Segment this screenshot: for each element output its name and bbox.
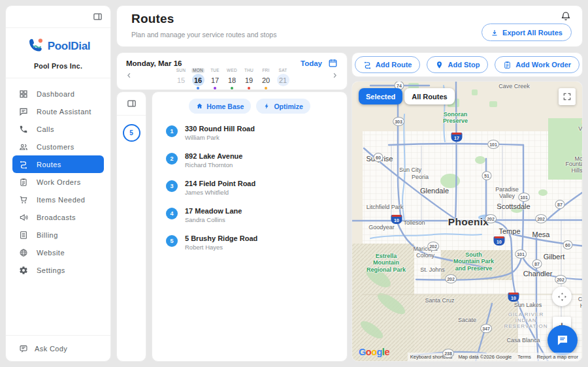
- day-of-week-label: SAT: [278, 68, 289, 73]
- items-needed-icon: [19, 195, 28, 204]
- day-cell-mon[interactable]: MON16: [191, 68, 206, 89]
- map-canvas[interactable]: Selected All Routes + Google Keyboard sh…: [351, 81, 583, 362]
- fullscreen-icon: [563, 92, 572, 101]
- sidebar-item-settings[interactable]: Settings: [12, 261, 104, 279]
- rail-collapse-icon[interactable]: [127, 99, 137, 108]
- day-cell-sun[interactable]: SUN15: [174, 68, 189, 89]
- day-number: 20: [260, 74, 272, 86]
- day-cell-thu[interactable]: THU19: [242, 68, 257, 89]
- day-of-week-label: THU: [243, 68, 255, 73]
- stop-row[interactable]: 55 Brushy Ridge RoadRobert Hayes: [166, 234, 347, 251]
- map-pan-button[interactable]: [552, 287, 572, 306]
- map-toggle-all-routes[interactable]: All Routes: [404, 88, 454, 104]
- route-assistant-icon: [19, 107, 28, 116]
- export-all-routes-button[interactable]: Export All Routes: [482, 24, 572, 41]
- day-strip: SUN15MON16TUE17WED18THU19FRI20SAT21: [117, 68, 347, 89]
- next-week-button[interactable]: [331, 71, 339, 82]
- company-name: Pool Pros Inc.: [6, 62, 110, 70]
- chevron-right-icon: [331, 71, 339, 80]
- route-badge[interactable]: 5: [123, 124, 140, 142]
- route-shield-202: 202: [445, 274, 457, 283]
- day-event-dot: [265, 87, 267, 89]
- sidebar-item-billing[interactable]: Billing: [12, 226, 104, 244]
- pin-plus-icon: [435, 61, 444, 69]
- today-button[interactable]: Today: [301, 59, 322, 67]
- route-shield-101: 101: [515, 249, 527, 259]
- route-shield-87: 87: [555, 200, 565, 209]
- chat-icon: [556, 334, 569, 347]
- logo-block: PoolDial Pool Pros Inc.: [6, 28, 110, 78]
- sidebar-item-calls[interactable]: Calls: [12, 120, 104, 138]
- day-cell-fri[interactable]: FRI20: [259, 68, 274, 89]
- chevron-left-icon: [125, 71, 133, 80]
- website-icon: [19, 248, 28, 257]
- stop-address: 5 Brushy Ridge Road: [185, 234, 257, 242]
- add-work-order-button[interactable]: Add Work Order: [495, 56, 580, 73]
- optimize-button[interactable]: Optimize: [256, 99, 310, 114]
- stop-customer: Sandra Collins: [185, 216, 242, 223]
- sidebar-item-dashboard[interactable]: Dashboard: [12, 85, 104, 103]
- route-shield-238: 238: [442, 349, 454, 358]
- stop-number-badge: 2: [166, 153, 178, 165]
- report-map-error-link[interactable]: Report a map error: [537, 354, 578, 360]
- sidebar-item-website[interactable]: Website: [12, 244, 104, 261]
- interstate-shield-17: 17: [451, 133, 463, 142]
- dashboard-icon: [19, 89, 28, 99]
- calendar-icon[interactable]: [328, 58, 338, 68]
- chat-fab[interactable]: [547, 325, 578, 355]
- sidebar-item-customers[interactable]: Customers: [12, 138, 104, 155]
- home-base-label: Home Base: [206, 103, 244, 110]
- day-cell-tue[interactable]: TUE17: [208, 68, 223, 89]
- routes-rail: 5: [116, 91, 146, 362]
- sidebar-item-work-orders[interactable]: Work Orders: [12, 173, 104, 191]
- route-shield-347: 347: [480, 324, 492, 333]
- calls-icon: [19, 125, 28, 134]
- stop-row[interactable]: 417 Meadow LaneSandra Collins: [166, 207, 347, 223]
- home-icon: [196, 103, 203, 110]
- add-route-button[interactable]: Add Route: [355, 56, 421, 73]
- stop-address: 330 Round Hill Road: [185, 125, 255, 133]
- map-toggle-selected[interactable]: Selected: [359, 88, 402, 104]
- day-number: 16: [192, 74, 204, 86]
- stop-row[interactable]: 1330 Round Hill RoadWilliam Park: [166, 125, 347, 141]
- map-attribution: Keyboard shortcuts Map data ©2026 Google…: [408, 353, 581, 361]
- interstate-shield-10: 10: [391, 215, 402, 224]
- work-orders-icon: [19, 178, 28, 187]
- stops-panel: Home Base Optimize 1330 Round Hill RoadW…: [152, 91, 348, 362]
- route-shield-87: 87: [532, 259, 542, 268]
- map-fullscreen-button[interactable]: [559, 88, 576, 105]
- day-of-week-label: SUN: [175, 68, 187, 73]
- sidebar-item-routes[interactable]: Routes: [12, 155, 104, 173]
- sidebar-header: [6, 6, 110, 28]
- route-shield-51: 51: [482, 171, 492, 180]
- settings-icon: [19, 266, 28, 275]
- actions-card: Add Route Add Stop Add Work Order: [351, 52, 583, 77]
- terms-link[interactable]: Terms: [517, 354, 531, 360]
- previous-week-button[interactable]: [125, 71, 133, 82]
- map-data-copyright: Map data ©2026 Google: [458, 354, 512, 360]
- route-shield-101: 101: [518, 193, 530, 202]
- ask-cody-button[interactable]: Ask Cody: [6, 335, 110, 361]
- sidebar-item-label: Calls: [37, 125, 54, 133]
- pan-arrows-icon: [557, 291, 568, 302]
- day-event-dot: [197, 87, 199, 89]
- stop-row[interactable]: 2892 Lake AvenueRichard Thornton: [166, 152, 347, 168]
- sidebar-item-route-assistant[interactable]: Route Assistant: [12, 103, 104, 120]
- stop-row[interactable]: 3214 Field Point RoadJames Whitfield: [166, 180, 347, 196]
- sidebar-item-broadcasts[interactable]: Broadcasts: [12, 208, 104, 226]
- home-base-button[interactable]: Home Base: [189, 99, 251, 114]
- sidebar-collapse-icon[interactable]: [93, 12, 103, 22]
- day-number: 17: [209, 74, 221, 86]
- route-shield-202: 202: [485, 214, 497, 223]
- route-shield-60: 60: [563, 240, 573, 249]
- stop-address: 892 Lake Avenue: [185, 152, 242, 160]
- day-cell-wed[interactable]: WED18: [225, 68, 240, 89]
- stop-number-badge: 3: [166, 180, 178, 192]
- add-stop-label: Add Stop: [448, 61, 480, 69]
- stop-number-badge: 1: [166, 125, 178, 137]
- add-stop-button[interactable]: Add Stop: [427, 56, 488, 73]
- sidebar-item-items-needed[interactable]: Items Needed: [12, 191, 104, 208]
- interstate-shield-10: 10: [508, 293, 519, 302]
- day-of-week-label: MON: [191, 68, 204, 73]
- day-cell-sat[interactable]: SAT21: [276, 68, 291, 89]
